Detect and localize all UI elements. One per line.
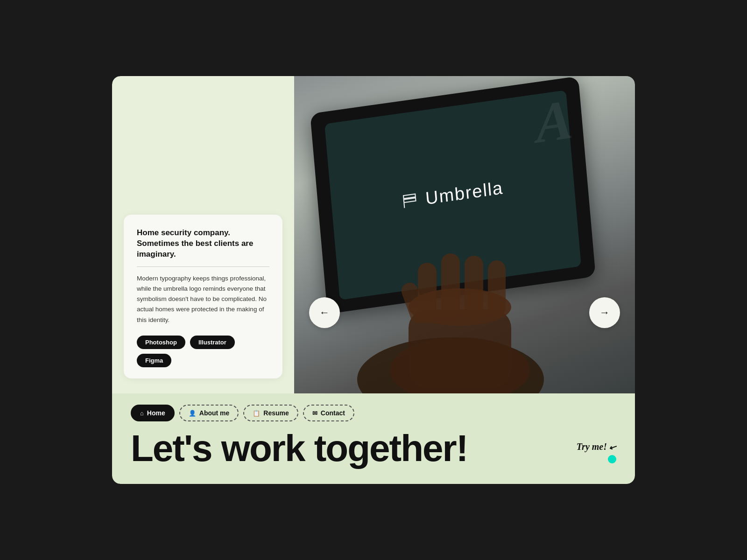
cta-row: Let's work together! Try me! ↙ <box>131 430 616 467</box>
page-wrapper: Home security company. Sometimes the bes… <box>112 76 635 484</box>
info-card: Home security company. Sometimes the bes… <box>124 215 282 378</box>
nav-item-home[interactable]: ⌂ Home <box>131 405 175 421</box>
right-panel-inner: ⛿ Umbrella A <box>294 76 635 393</box>
try-me-area[interactable]: Try me! ↙ <box>577 441 616 467</box>
nav-label-about: About me <box>199 409 230 417</box>
nav-item-contact[interactable]: ✉ Contact <box>303 405 354 421</box>
tag-figma: Figma <box>137 354 171 367</box>
teal-dot[interactable] <box>608 455 616 463</box>
hand-svg <box>294 76 635 393</box>
nav-label-resume: Resume <box>263 409 289 417</box>
bottom-section: ⌂ Home 👤 About me 📋 Resume ✉ Contact Let… <box>112 393 635 484</box>
prev-arrow-icon: ← <box>319 307 330 319</box>
try-me-arrow-icon: ↙ <box>608 441 618 453</box>
next-button[interactable]: → <box>589 297 620 328</box>
tag-photoshop: Photoshop <box>137 336 185 349</box>
about-icon: 👤 <box>189 410 196 417</box>
svg-rect-7 <box>488 260 506 316</box>
nav-label-contact: Contact <box>321 409 345 417</box>
home-icon: ⌂ <box>140 410 144 417</box>
tags-row: Photoshop Illustrator Figma <box>137 336 269 367</box>
nav-item-resume[interactable]: 📋 Resume <box>243 405 298 421</box>
card-body: Modern typography keeps things professio… <box>137 273 269 325</box>
next-arrow-icon: → <box>599 307 610 319</box>
prev-button[interactable]: ← <box>309 297 340 328</box>
cta-text: Let's work together! <box>131 430 467 467</box>
nav-bar: ⌂ Home 👤 About me 📋 Resume ✉ Contact <box>131 405 616 421</box>
card-title: Home security company. Sometimes the bes… <box>137 228 269 260</box>
right-panel: ⛿ Umbrella A <box>294 76 635 393</box>
svg-rect-6 <box>465 256 483 319</box>
top-section: Home security company. Sometimes the bes… <box>112 76 635 393</box>
try-me-label: Try me! ↙ <box>577 441 616 452</box>
card-divider <box>137 266 269 267</box>
resume-icon: 📋 <box>253 410 260 417</box>
nav-item-about[interactable]: 👤 About me <box>179 405 239 421</box>
left-panel: Home security company. Sometimes the bes… <box>112 76 294 393</box>
svg-rect-5 <box>441 253 460 319</box>
nav-label-home: Home <box>147 409 165 417</box>
tag-illustrator: Illustrator <box>190 336 235 349</box>
contact-icon: ✉ <box>312 410 317 417</box>
